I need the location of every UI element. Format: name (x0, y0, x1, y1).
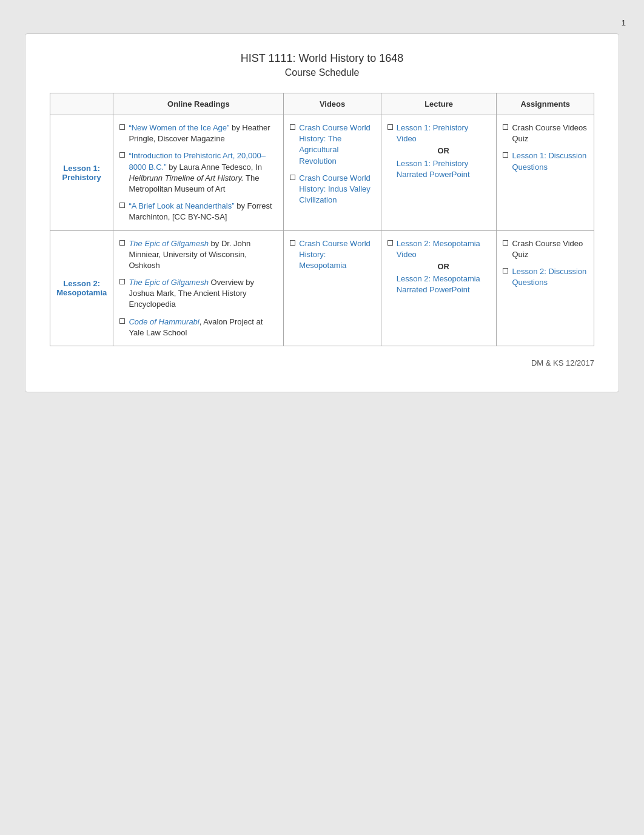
bullet-icon (387, 240, 393, 246)
bullet-icon (119, 124, 125, 130)
list-item: Crash Course World History: Mesopotamia (290, 238, 375, 272)
assignment-link[interactable]: Lesson 1: Discussion Questions (512, 150, 588, 172)
list-item: Crash Course Videos Quiz (503, 122, 588, 144)
video-link[interactable]: Crash Course World History: The Agricult… (299, 122, 375, 167)
or-text: OR (397, 261, 491, 272)
assignment-link[interactable]: Lesson 2: Discussion Questions (512, 266, 588, 288)
video-link[interactable]: Crash Course World History: Indus Valley… (299, 173, 375, 206)
bullet-icon (503, 152, 508, 158)
header-videos: Videos (284, 93, 381, 115)
list-item: Code of Hammurabi, Avalon Project at Yal… (119, 317, 277, 338)
page-container: HIST 1111: World History to 1648 Course … (25, 33, 619, 392)
reading-text: Code of Hammurabi, Avalon Project at Yal… (129, 317, 277, 338)
reading-text: “A Brief Look at Neanderthals” by Forres… (129, 201, 277, 223)
lecture-link[interactable]: Lesson 1: Prehistory Video (397, 122, 491, 144)
bullet-icon (290, 240, 295, 246)
lesson2-lecture: Lesson 2: Mesopotamia Video OR Lesson 2:… (381, 230, 497, 346)
header-assignments: Assignments (497, 93, 594, 115)
header-lesson (50, 93, 113, 115)
page-number: 1 (12, 18, 632, 27)
list-item: Crash Course World History: The Agricult… (290, 122, 375, 167)
list-item: “Introduction to Prehistoric Art, 20,000… (119, 150, 277, 195)
reading-link[interactable]: “New Women of the Ice Age” (129, 123, 229, 132)
assignment-text: Crash Course Video Quiz (512, 238, 588, 260)
list-item: “A Brief Look at Neanderthals” by Forres… (119, 201, 277, 223)
lesson2-videos: Crash Course World History: Mesopotamia (284, 230, 381, 346)
lesson1-readings: “New Women of the Ice Age” by Heather Pr… (113, 115, 284, 231)
bullet-icon (503, 268, 508, 273)
lecture-link[interactable]: Lesson 2: Mesopotamia Video (397, 238, 491, 260)
lesson1-row: Lesson 1: Prehistory “New Women of the I… (50, 115, 594, 231)
list-item: Lesson 2: Mesopotamia Video OR Lesson 2:… (387, 238, 491, 296)
lesson1-lecture: Lesson 1: Prehistory Video OR Lesson 1: … (381, 115, 497, 231)
reading-text: “Introduction to Prehistoric Art, 20,000… (129, 150, 277, 195)
list-item: Crash Course Video Quiz (503, 238, 588, 260)
list-item: The Epic of Gilgamesh by Dr. John Minnie… (119, 238, 277, 272)
list-item: Lesson 2: Discussion Questions (503, 266, 588, 288)
list-item: The Epic of Gilgamesh Overview by Joshua… (119, 277, 277, 310)
page-title: HIST 1111: World History to 1648 (50, 52, 594, 65)
course-schedule-table: Online Readings Videos Lecture Assignmen… (50, 93, 594, 346)
bullet-icon (290, 124, 295, 130)
lesson2-label: Lesson 2: Mesopotamia (50, 230, 113, 346)
header-lecture: Lecture (381, 93, 497, 115)
lesson1-label: Lesson 1: Prehistory (50, 115, 113, 231)
bullet-icon (119, 240, 125, 246)
bullet-icon (387, 124, 393, 130)
header-readings: Online Readings (113, 93, 284, 115)
lesson2-readings: The Epic of Gilgamesh by Dr. John Minnie… (113, 230, 284, 346)
bullet-icon (290, 175, 295, 180)
reading-text: The Epic of Gilgamesh by Dr. John Minnie… (129, 238, 277, 272)
footer: DM & KS 12/2017 (50, 358, 594, 367)
reading-link[interactable]: “A Brief Look at Neanderthals” (129, 201, 234, 210)
reading-text: The Epic of Gilgamesh Overview by Joshua… (129, 277, 277, 310)
reading-link[interactable]: The Epic of Gilgamesh (129, 239, 209, 248)
bullet-icon (119, 279, 125, 284)
list-item: Lesson 1: Discussion Questions (503, 150, 588, 172)
lesson1-assignments: Crash Course Videos Quiz Lesson 1: Discu… (497, 115, 594, 231)
bullet-icon (119, 152, 125, 158)
list-item: Lesson 1: Prehistory Video OR Lesson 1: … (387, 122, 491, 180)
bullet-icon (119, 318, 125, 324)
reading-text: “New Women of the Ice Age” by Heather Pr… (129, 122, 277, 144)
reading-link[interactable]: “Introduction to Prehistoric Art, 20,000… (129, 151, 265, 171)
or-text: OR (397, 146, 491, 156)
list-item: Crash Course World History: Indus Valley… (290, 173, 375, 206)
list-item: “New Women of the Ice Age” by Heather Pr… (119, 122, 277, 144)
video-link[interactable]: Crash Course World History: Mesopotamia (299, 238, 375, 272)
assignment-text: Crash Course Videos Quiz (512, 122, 588, 144)
lecture-link[interactable]: Lesson 2: Mesopotamia Narrated PowerPoin… (397, 273, 491, 295)
lesson1-videos: Crash Course World History: The Agricult… (284, 115, 381, 231)
bullet-icon (503, 240, 508, 246)
lesson2-assignments: Crash Course Video Quiz Lesson 2: Discus… (497, 230, 594, 346)
page-subtitle: Course Schedule (50, 67, 594, 78)
lesson2-row: Lesson 2: Mesopotamia The Epic of Gilgam… (50, 230, 594, 346)
bullet-icon (503, 124, 508, 130)
reading-link[interactable]: The Epic of Gilgamesh (129, 278, 209, 287)
reading-link[interactable]: Code of Hammurabi (129, 317, 199, 326)
lecture-link[interactable]: Lesson 1: Prehistory Narrated PowerPoint (397, 158, 491, 180)
bullet-icon (119, 203, 125, 208)
